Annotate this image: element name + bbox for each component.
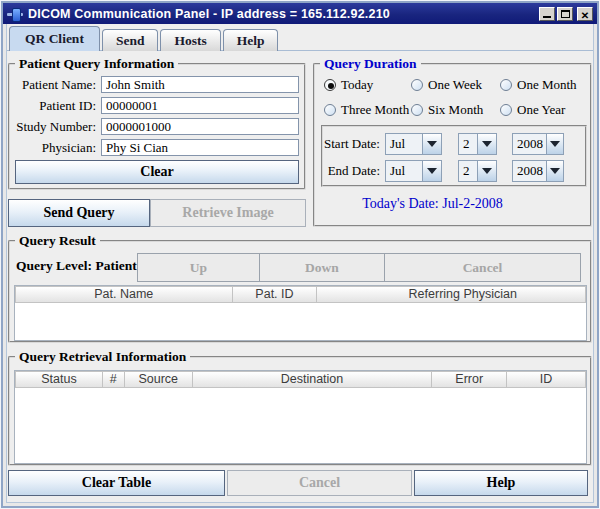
maximize-icon — [561, 10, 570, 18]
query-retrieval-panel: Query Retrieval Information Status # Sou… — [8, 356, 592, 466]
end-month-value: Jul — [386, 161, 422, 181]
title-bar[interactable]: DICOM Communication Panel - IP address =… — [3, 3, 597, 24]
col-destination[interactable]: Destination — [192, 371, 433, 388]
radio-one-month-label: One Month — [517, 77, 577, 93]
clear-table-button[interactable]: Clear Table — [8, 470, 225, 496]
radio-today-label: Today — [341, 77, 373, 93]
radio-one-month[interactable]: One Month — [500, 77, 590, 93]
col-pat-id[interactable]: Pat. ID — [232, 286, 318, 303]
query-level-label: Query Level: Patient — [16, 258, 137, 274]
patient-id-label: Patient ID: — [13, 98, 101, 114]
query-action-row: Send Query Retrieve Image — [8, 199, 306, 227]
start-date-label: Start Date: — [323, 136, 385, 152]
col-id[interactable]: ID — [506, 371, 586, 388]
end-year-combo[interactable]: 2008 — [512, 160, 564, 182]
patient-name-field[interactable] — [101, 76, 299, 93]
end-day-dropdown-icon[interactable] — [477, 161, 496, 181]
patient-query-information-legend: Patient Query Information — [15, 56, 178, 72]
close-icon — [581, 5, 589, 23]
dicom-panel-window: DICOM Communication Panel - IP address =… — [0, 0, 600, 509]
study-number-field[interactable] — [101, 118, 299, 135]
footer-button-row: Clear Table Cancel Help — [8, 470, 588, 496]
col-status[interactable]: Status — [15, 371, 103, 388]
result-cancel-button: Cancel — [384, 253, 581, 282]
todays-date-text: Today's Date: Jul-2-2008 — [315, 196, 550, 212]
physician-field[interactable] — [101, 139, 299, 156]
minimize-button[interactable] — [539, 7, 555, 21]
start-month-value: Jul — [386, 134, 422, 154]
query-result-legend: Query Result — [15, 233, 100, 249]
col-pat-name[interactable]: Pat. Name — [15, 286, 233, 303]
radio-one-week[interactable]: One Week — [411, 77, 500, 93]
radio-six-month[interactable]: Six Month — [411, 102, 500, 118]
tab-help[interactable]: Help — [223, 29, 279, 51]
study-number-label: Study Number: — [13, 119, 101, 135]
col-error[interactable]: Error — [431, 371, 507, 388]
window-title: DICOM Communication Panel - IP address =… — [28, 7, 534, 21]
minimize-icon — [543, 16, 551, 18]
query-duration-panel: Query Duration Today One Week One Month … — [313, 63, 592, 227]
down-button: Down — [259, 253, 385, 282]
radio-one-year-icon[interactable] — [500, 104, 512, 116]
app-icon — [7, 8, 23, 20]
up-button: Up — [137, 253, 260, 282]
duration-options: Today One Week One Month Three Month Six… — [315, 65, 590, 118]
end-day-combo[interactable]: 2 — [458, 160, 497, 182]
query-retrieval-legend: Query Retrieval Information — [15, 349, 190, 365]
radio-six-month-icon[interactable] — [411, 104, 423, 116]
radio-three-month[interactable]: Three Month — [324, 102, 411, 118]
radio-one-week-label: One Week — [428, 77, 482, 93]
help-button[interactable]: Help — [414, 470, 588, 496]
physician-label: Physician: — [13, 140, 101, 156]
tab-send[interactable]: Send — [102, 29, 159, 51]
end-year-value: 2008 — [513, 161, 546, 181]
radio-three-month-label: Three Month — [341, 102, 409, 118]
radio-one-week-icon[interactable] — [411, 79, 423, 91]
col-count[interactable]: # — [102, 371, 125, 388]
end-year-dropdown-icon[interactable] — [546, 161, 563, 181]
end-day-value: 2 — [459, 161, 477, 181]
radio-one-month-icon[interactable] — [500, 79, 512, 91]
patient-query-information-panel: Patient Query Information Patient Name: … — [8, 63, 306, 190]
end-month-combo[interactable]: Jul — [385, 160, 442, 182]
radio-one-year-label: One Year — [517, 102, 565, 118]
start-month-dropdown-icon[interactable] — [422, 134, 441, 154]
clear-button[interactable]: Clear — [15, 160, 299, 184]
query-duration-legend: Query Duration — [320, 56, 421, 72]
footer-cancel-button: Cancel — [227, 470, 412, 496]
end-month-dropdown-icon[interactable] — [422, 161, 441, 181]
close-button[interactable] — [577, 7, 593, 21]
radio-three-month-icon[interactable] — [324, 104, 336, 116]
send-query-button[interactable]: Send Query — [8, 199, 150, 227]
end-date-label: End Date: — [323, 163, 385, 179]
start-year-dropdown-icon[interactable] — [546, 134, 563, 154]
query-result-buttons: Up Down Cancel — [137, 253, 581, 282]
query-retrieval-table-header: Status # Source Destination Error ID — [15, 371, 586, 388]
start-year-combo[interactable]: 2008 — [512, 133, 564, 155]
radio-today-icon[interactable] — [324, 79, 336, 91]
start-year-value: 2008 — [513, 134, 546, 154]
query-retrieval-table[interactable]: Status # Source Destination Error ID — [14, 370, 587, 464]
radio-one-year[interactable]: One Year — [500, 102, 590, 118]
start-month-combo[interactable]: Jul — [385, 133, 442, 155]
start-day-value: 2 — [459, 134, 477, 154]
query-result-table[interactable]: Pat. Name Pat. ID Referring Physician — [14, 285, 587, 341]
tab-hosts[interactable]: Hosts — [160, 29, 220, 51]
retrieve-image-button: Retrieve Image — [150, 199, 306, 227]
radio-today[interactable]: Today — [324, 77, 411, 93]
tab-bar: QR Client Send Hosts Help — [9, 26, 278, 51]
patient-name-label: Patient Name: — [13, 77, 101, 93]
start-day-dropdown-icon[interactable] — [477, 134, 496, 154]
col-referring-physician[interactable]: Referring Physician — [316, 286, 586, 303]
maximize-button[interactable] — [557, 7, 573, 21]
query-result-panel: Query Result Query Level: Patient Up Dow… — [8, 240, 592, 343]
radio-six-month-label: Six Month — [428, 102, 483, 118]
patient-id-field[interactable] — [101, 97, 299, 114]
start-day-combo[interactable]: 2 — [458, 133, 497, 155]
query-result-table-header: Pat. Name Pat. ID Referring Physician — [15, 286, 586, 303]
date-range-panel: Start Date: Jul 2 2008 End Date: Jul — [321, 125, 587, 187]
col-source[interactable]: Source — [124, 371, 193, 388]
tab-qr-client[interactable]: QR Client — [9, 26, 100, 51]
